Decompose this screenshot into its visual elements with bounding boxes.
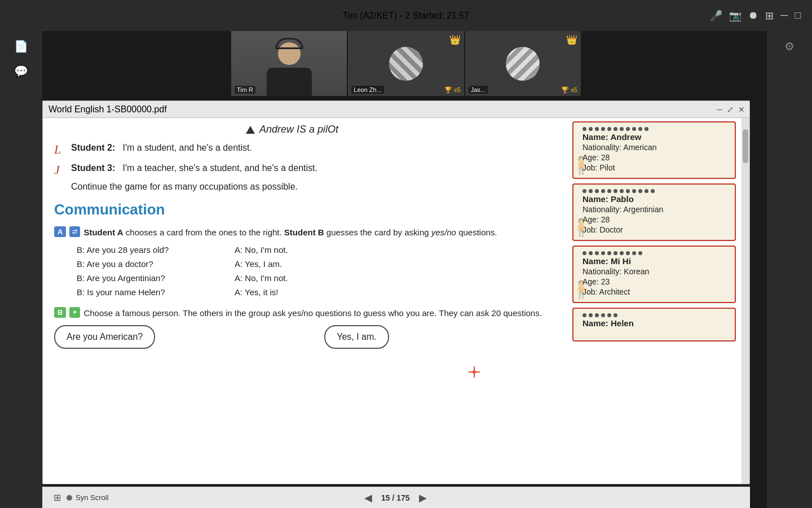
sync-scroll-control[interactable]: Syn Scroll [67,493,109,502]
dot [620,251,624,255]
card-pablo-nationality: Nationality: Argentinian [582,205,729,214]
student3-entry: J Student 3: I'm a teacher, she's a stud… [54,161,550,177]
pdf-minimize-button[interactable]: ─ [717,105,722,114]
card-andrew-figure: 🧍 [571,155,592,175]
card-mihi-job: Job: Architect [582,287,729,296]
pdf-close-button[interactable]: ✕ [738,105,745,114]
crown-leon: 👑 [449,34,461,45]
pdf-restore-button[interactable]: ⤢ [727,105,734,114]
camera-icon[interactable]: 📷 [729,10,742,22]
session-title: Tim (A2/KET) - 2 Started: 21:57 [343,11,469,21]
cards-panel: Name: Andrew Nationality: American Age: … [567,118,742,484]
record-icon[interactable]: ⏺ [748,10,758,21]
video-tile-tim: Tim R [231,31,347,96]
dot [589,127,593,131]
qa-b2: B: Are you a doctor? [77,258,235,270]
page-info: 15 / 175 [381,493,410,502]
person-body [267,68,312,96]
sync-dot [67,495,72,501]
bottom-bar: ⊞ Syn Scroll ◀ 15 / 175 ▶ [42,487,750,508]
pdf-scrollbar[interactable] [742,118,749,484]
qa-a4: A: Yes, it is! [235,286,392,298]
qa-a2: A: Yes, I am. [235,258,392,270]
chat-icon[interactable]: 💬 [14,64,28,78]
student2-entry: L Student 2: I'm a student, and he's a d… [54,141,550,157]
dot [620,127,624,131]
pilot-header: Andrew IS a pilOt [54,124,550,135]
video-tile-leon: 👑 Leon Zh... 🏆 x5 [348,31,464,96]
avatar-leon [389,47,423,81]
qa-b1: B: Are you 28 years old? [77,244,235,256]
exercise-b-block: B ✦ Choose a famous person. The others i… [54,307,550,349]
maximize-icon[interactable]: □ [795,10,801,21]
video-strip: Tim R 👑 Leon Zh... 🏆 x5 👑 Jas... 🏆 x5 [231,31,581,96]
dots-row-helen [582,313,729,317]
pdf-window: World English 1-SB00000.pdf ─ ⤢ ✕ Andrew… [42,100,750,484]
dot [601,127,605,131]
dot [620,189,624,193]
dot [614,251,617,255]
pdf-titlebar: World English 1-SB00000.pdf ─ ⤢ ✕ [43,101,749,118]
dot [645,127,648,131]
pdf-window-controls: ─ ⤢ ✕ [717,105,745,114]
card-helen-name: Name: Helen [582,318,729,328]
student2-label: Student 2: [71,143,115,152]
card-andrew-name: Name: Andrew [582,132,729,142]
card-mihi-figure: 🧍 [571,279,592,299]
card-mihi-age: Age: 23 [582,277,729,286]
dot [595,127,599,131]
badge-b: B [54,307,66,318]
avatar-jason [506,47,540,81]
qa-b4: B: Is your name Helen? [77,286,235,298]
exercise-a-desc: Student A chooses a card from the ones t… [83,226,497,239]
exercise-b-desc: Choose a famous person. The others in th… [83,307,541,320]
group-icon: ✦ [69,307,80,318]
dots-row-1 [582,127,729,131]
card-mihi: Name: Mi Hi Nationality: Korean Age: 23 … [572,246,736,303]
microphone-icon[interactable]: 🎤 [710,10,722,22]
card-helen: Name: Helen [572,308,736,341]
dot [601,189,605,193]
grid-icon[interactable]: ⊞ [765,10,774,22]
dot [595,189,599,193]
continue-text: Continue the game for as many occupation… [71,182,550,192]
card-mihi-nationality: Nationality: Korean [582,267,729,276]
layout-icon[interactable]: ⊞ [54,492,61,503]
page-icon[interactable]: 📄 [14,40,28,53]
video-label-tim: Tim R [235,86,255,94]
dot [601,313,605,317]
dot [632,189,636,193]
triangle-icon [246,126,255,134]
page-navigation: ◀ 15 / 175 ▶ [364,492,427,504]
topbar-controls: 🎤 📷 ⏺ ⊞ ─ □ [710,10,801,22]
card-andrew: Name: Andrew Nationality: American Age: … [572,121,736,179]
card-andrew-job: Job: Pilot [582,163,729,172]
dot [614,127,617,131]
exercise-b-header: B ✦ Choose a famous person. The others i… [54,307,550,320]
card-pablo: Name: Pablo Nationality: Argentinian Age… [572,183,736,241]
dot [589,189,593,193]
settings-icon[interactable]: ⚙ [784,40,795,53]
trophy-jason: 🏆 x5 [561,86,577,94]
card-andrew-nationality: Nationality: American [582,143,729,152]
student3-text: Student 3: I'm a teacher, she's a studen… [71,161,317,175]
answer-bubble: Yes, I am. [324,325,389,349]
qa-grid: B: Are you 28 years old? A: No, I'm not.… [77,244,550,298]
qa-a3: A: No, I'm not. [235,272,392,284]
next-page-button[interactable]: ▶ [419,492,427,504]
dot [638,127,642,131]
dot [582,127,586,131]
communication-heading: Communication [54,201,550,218]
pdf-scroll-thumb[interactable] [743,129,748,163]
dot [589,251,593,255]
prev-page-button[interactable]: ◀ [364,492,372,504]
left-sidebar: 📄 💬 [0,31,42,508]
minimize-icon[interactable]: ─ [780,10,788,21]
right-sidebar: ⚙ [767,31,812,508]
dot [601,251,605,255]
pdf-title: World English 1-SB00000.pdf [48,104,167,115]
pdf-content: Andrew IS a pilOt L Student 2: I'm a stu… [43,118,749,484]
student3-label: Student 3: [71,163,115,173]
video-tile-jason: 👑 Jas... 🏆 x5 [465,31,581,96]
video-label-jason: Jas... [469,86,488,94]
